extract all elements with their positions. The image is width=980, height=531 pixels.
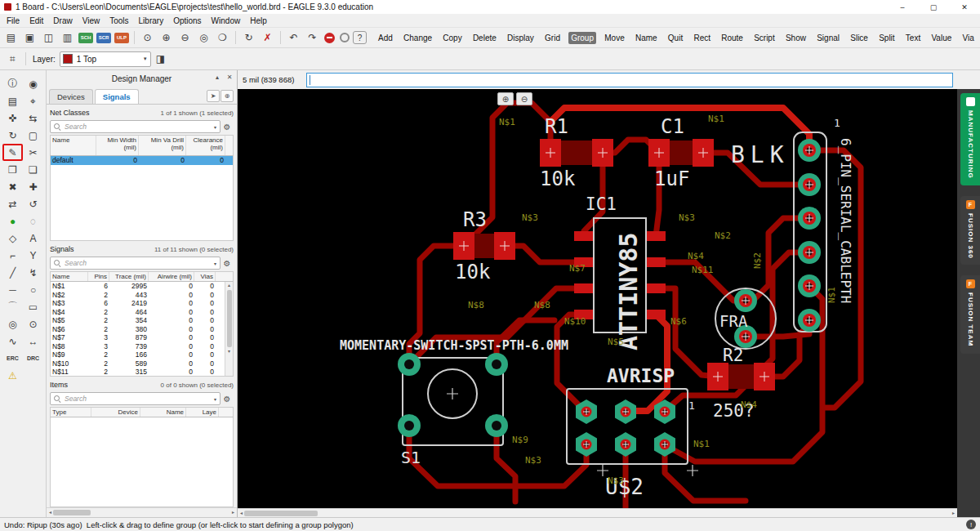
- pause-icon[interactable]: [340, 33, 350, 42]
- column-header[interactable]: Pins: [88, 272, 109, 281]
- copy-tool[interactable]: ❐: [2, 161, 23, 178]
- column-header[interactable]: Trace (mil): [109, 272, 149, 281]
- menu-window[interactable]: Window: [207, 16, 246, 25]
- command-input[interactable]: [306, 73, 953, 87]
- toolbar-button-display[interactable]: Display: [505, 32, 537, 44]
- toolbar-button-route[interactable]: Route: [719, 32, 746, 44]
- ic-pad[interactable]: [574, 283, 594, 293]
- table-row[interactable]: N$5235400: [51, 316, 224, 325]
- column-header[interactable]: Name: [51, 136, 96, 155]
- scrollbar-thumb[interactable]: [53, 510, 91, 515]
- pinswap-tool[interactable]: ⇄: [2, 195, 23, 212]
- items-search[interactable]: Search ▾: [50, 392, 220, 405]
- table-row[interactable]: N$10258900: [51, 359, 224, 368]
- menu-edit[interactable]: Edit: [24, 16, 48, 25]
- scroll-down-icon[interactable]: ▾: [228, 348, 230, 355]
- undo-icon[interactable]: ↶: [285, 30, 302, 46]
- display-layers-tool[interactable]: ▤: [2, 92, 23, 109]
- wire-tool[interactable]: ─: [2, 281, 23, 298]
- miter-tool[interactable]: ⌐: [2, 247, 23, 264]
- toolbar-button-delete[interactable]: Delete: [470, 32, 499, 44]
- ulp-icon[interactable]: ULP: [114, 33, 129, 43]
- column-header[interactable]: Min Width (mil): [96, 136, 139, 155]
- zoom-select-icon[interactable]: ❍: [214, 30, 231, 46]
- toolbar-button-group[interactable]: Group: [568, 32, 596, 44]
- column-header[interactable]: Type: [51, 408, 91, 417]
- column-header[interactable]: Laye: [186, 408, 219, 417]
- ratsnest-tool[interactable]: ●: [2, 212, 23, 230]
- menu-options[interactable]: Options: [168, 16, 206, 25]
- board-file-icon[interactable]: ▤: [2, 30, 20, 46]
- layer-display-icon[interactable]: ◨: [152, 51, 169, 67]
- delete-tool[interactable]: ✖: [2, 178, 23, 195]
- ic-pad[interactable]: [574, 231, 594, 241]
- layer-dropdown[interactable]: 1 Top ▼: [60, 51, 151, 67]
- maximize-button[interactable]: ▢: [918, 0, 949, 14]
- toolbar-button-split[interactable]: Split: [876, 32, 897, 44]
- fusion-360-tab[interactable]: FFUSION 360: [960, 196, 980, 266]
- toolbar-button-add[interactable]: Add: [376, 32, 395, 44]
- highlight-selected-icon[interactable]: ➤: [207, 90, 220, 102]
- scroll-right-icon[interactable]: ▸: [952, 510, 955, 517]
- script-file-icon[interactable]: SCR: [96, 33, 111, 43]
- ic-pad[interactable]: [646, 257, 666, 267]
- ripup-tool[interactable]: ↯: [23, 264, 43, 281]
- cam-processor-icon[interactable]: ▥: [59, 30, 76, 46]
- optimize-tool[interactable]: ◌: [23, 212, 43, 230]
- fusion-team-tab[interactable]: FFUSION TEAM: [960, 275, 980, 353]
- paste-tool[interactable]: ❏: [23, 161, 43, 178]
- arc-tool[interactable]: ⌒: [2, 298, 23, 315]
- toolbar-button-show[interactable]: Show: [783, 32, 808, 44]
- canvas-zoom-out-button[interactable]: ⊖: [516, 92, 532, 105]
- toolbar-button-move[interactable]: Move: [602, 32, 626, 44]
- tab-signals[interactable]: Signals: [95, 89, 139, 104]
- change-tool[interactable]: ✎: [2, 144, 23, 161]
- table-row[interactable]: N$4246400: [51, 308, 224, 317]
- table-row[interactable]: default000: [51, 156, 233, 165]
- cut-tool[interactable]: ✂: [23, 144, 43, 161]
- refresh-icon[interactable]: ↻: [240, 30, 257, 46]
- menu-help[interactable]: Help: [245, 16, 272, 25]
- save-icon[interactable]: ▣: [21, 30, 38, 46]
- toolbar-button-name[interactable]: Name: [633, 32, 660, 44]
- rotate-tool[interactable]: ↻: [2, 127, 23, 144]
- stop-icon[interactable]: [324, 33, 335, 43]
- table-row[interactable]: N$9216600: [51, 350, 224, 359]
- close-button[interactable]: ✕: [949, 0, 980, 14]
- circle-tool[interactable]: ○: [23, 281, 43, 298]
- filter-settings-icon[interactable]: ⚙: [220, 259, 234, 268]
- column-header[interactable]: Name: [140, 408, 186, 417]
- route-tool[interactable]: ╱: [2, 264, 23, 281]
- toolbar-button-change[interactable]: Change: [401, 32, 434, 44]
- group-tool[interactable]: ▢: [23, 127, 43, 144]
- via-tool[interactable]: ◎: [2, 315, 23, 332]
- move-tool[interactable]: ✜: [2, 109, 23, 127]
- table-row[interactable]: N$7387900: [51, 333, 224, 342]
- zoom-fit-icon[interactable]: ⊙: [139, 30, 156, 46]
- scroll-left-icon[interactable]: ◂: [240, 510, 243, 517]
- notification-icon[interactable]: !: [966, 520, 976, 529]
- toolbar-button-copy[interactable]: Copy: [440, 32, 464, 44]
- canvas-zoom-in-button[interactable]: ⊕: [497, 92, 514, 105]
- panel-header[interactable]: Design Manager ▴ ✕: [47, 70, 237, 87]
- polygon-tool[interactable]: ◇: [2, 230, 23, 247]
- errors-tool[interactable]: ⚠: [2, 367, 23, 384]
- panel-close-icon[interactable]: ✕: [225, 74, 234, 81]
- zoom-in-icon[interactable]: ⊕: [158, 30, 175, 46]
- signal-tool[interactable]: ∿: [2, 332, 23, 350]
- table-row[interactable]: N$8373900: [51, 342, 224, 351]
- cancel-icon[interactable]: ✗: [259, 30, 276, 46]
- table-row[interactable]: N$11231500: [51, 368, 224, 377]
- scrollbar-thumb[interactable]: [227, 290, 232, 347]
- toolbar-button-quit[interactable]: Quit: [666, 32, 685, 44]
- column-header[interactable]: Min Va Drill (mil): [139, 136, 186, 155]
- scrollbar-thumb[interactable]: [244, 511, 318, 516]
- column-header[interactable]: Name: [51, 272, 88, 281]
- dimension-tool[interactable]: ↔: [23, 332, 43, 350]
- column-header[interactable]: Device: [91, 408, 140, 417]
- toolbar-button-rect[interactable]: Rect: [691, 32, 713, 44]
- column-header[interactable]: Clearance (mil): [186, 136, 225, 155]
- scroll-up-icon[interactable]: ▴: [228, 282, 230, 289]
- text-tool[interactable]: A: [23, 230, 43, 247]
- table-row[interactable]: N$2244300: [51, 291, 224, 300]
